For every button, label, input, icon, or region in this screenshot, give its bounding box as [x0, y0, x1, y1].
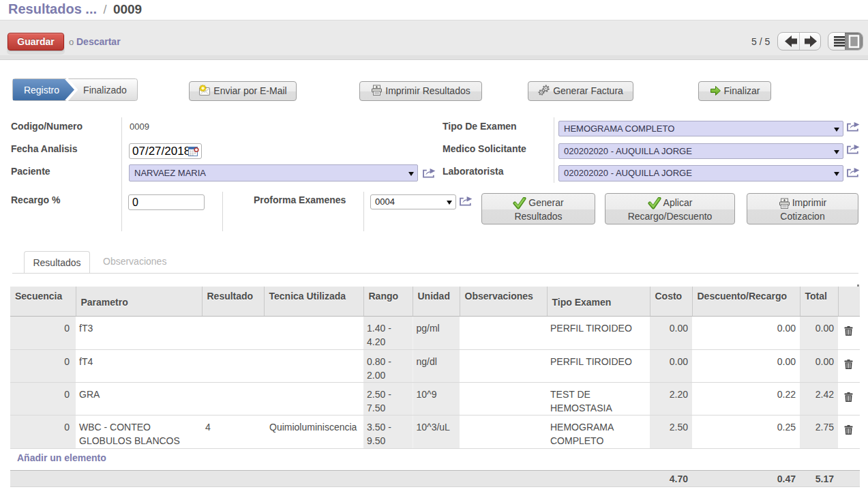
svg-text:Registro: Registro: [24, 85, 59, 96]
svg-text:Finalizado: Finalizado: [83, 85, 127, 96]
